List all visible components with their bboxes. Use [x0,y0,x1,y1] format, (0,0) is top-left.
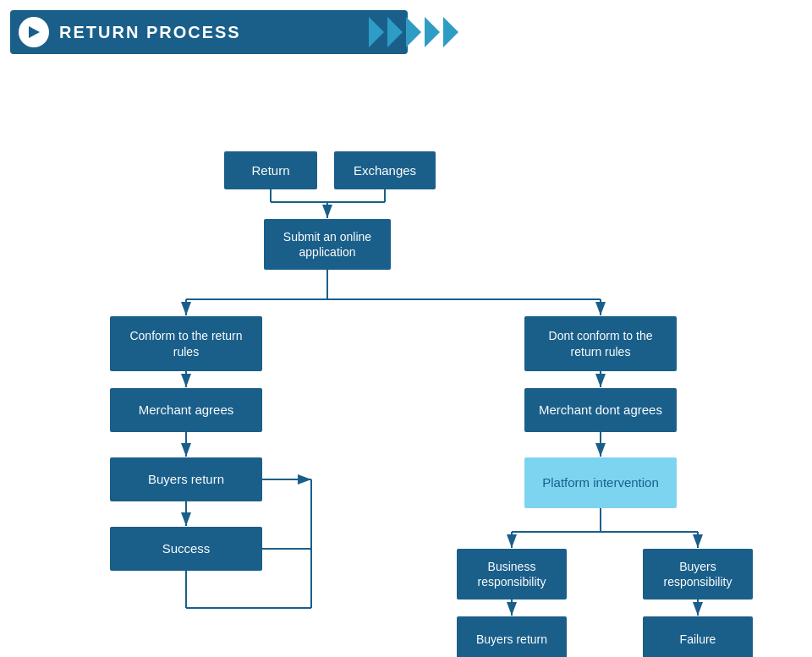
header-chevrons [369,17,458,47]
header-icon [19,17,49,47]
merchant-dont-box: Merchant dont agrees [524,388,677,432]
flowchart: Return Exchanges Submit an online applic… [8,71,804,657]
return-box: Return [224,151,317,189]
exchanges-box: Exchanges [334,151,436,189]
submit-box: Submit an online application [264,219,391,270]
buyers-resp-box: Buyers responsibility [643,549,753,600]
header-bar: RETURN PROCESS [10,10,408,54]
merchant-agrees-box: Merchant agrees [110,388,262,432]
svg-marker-0 [29,26,40,38]
header-title: RETURN PROCESS [59,23,241,42]
success-box: Success [110,527,262,571]
buyers-return-right-box: Buyers return [457,616,567,657]
conform-box: Conform to the return rules [110,316,262,371]
failure-box: Failure [643,616,753,657]
business-resp-box: Business responsibility [457,549,567,600]
dont-conform-box: Dont conform to the return rules [524,316,677,371]
buyers-return-left-box: Buyers return [110,457,262,501]
platform-box: Platform intervention [524,457,677,508]
